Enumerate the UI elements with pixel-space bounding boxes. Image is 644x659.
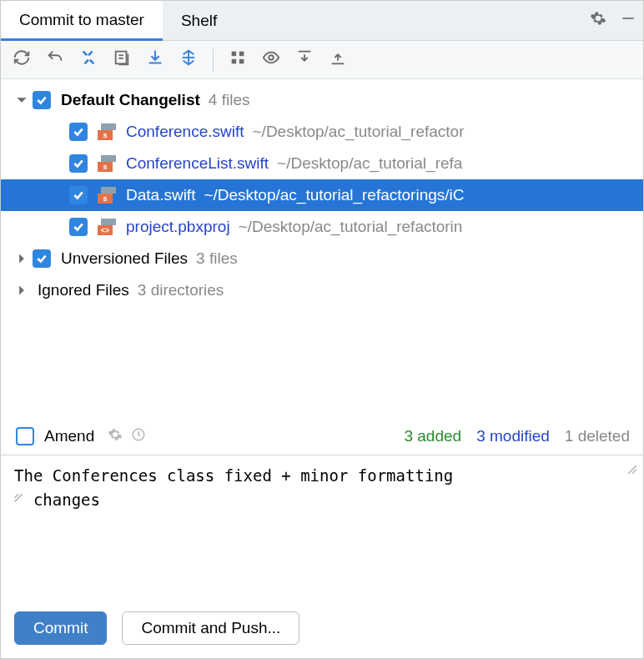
clock-icon (131, 427, 146, 446)
commit-tool-window: Commit to master Shelf Default Changelis… (0, 0, 644, 659)
group-by-button[interactable] (224, 46, 252, 74)
svg-rect-5 (232, 52, 237, 56)
collapse-icon (329, 48, 347, 71)
toolbar-separator (213, 48, 214, 72)
svg-rect-8 (239, 59, 244, 64)
file-path: ~/Desktop/ac_tutorial_refactor (253, 123, 465, 141)
file-row[interactable]: ConferenceList.swift~/Desktop/ac_tutoria… (1, 148, 643, 179)
file-name: ConferenceList.swift (126, 154, 269, 173)
stats-modified: 3 modified (476, 427, 550, 445)
file-row[interactable]: Data.swift~/Desktop/ac_tutorial_refactor… (1, 179, 643, 211)
gear-icon (590, 10, 606, 31)
changelist-button[interactable] (108, 46, 136, 74)
unversioned-count: 3 files (196, 249, 238, 268)
tab-commit-label: Commit to master (19, 11, 144, 29)
commit-options-button[interactable] (108, 427, 123, 446)
history-button[interactable] (131, 427, 146, 446)
ignored-node[interactable]: Ignored Files 3 directories (1, 274, 643, 306)
file-row[interactable]: project.pbxproj~/Desktop/ac_tutorial_ref… (1, 211, 643, 243)
changelist-count: 4 files (209, 91, 250, 109)
download-icon (146, 48, 164, 71)
file-icon (98, 155, 118, 172)
commit-button-label: Commit (33, 619, 88, 637)
file-checkbox[interactable] (69, 218, 88, 236)
unversioned-label: Unversioned Files (61, 249, 188, 268)
undo-icon (46, 48, 64, 71)
chevron-right-icon[interactable] (11, 253, 33, 264)
file-path: ~/Desktop/ac_tutorial_refactorings/iC (204, 186, 464, 204)
file-name: Conference.swift (126, 123, 244, 141)
stats-deleted: 1 deleted (565, 427, 630, 445)
file-icon (98, 187, 118, 204)
changes-tree[interactable]: Default Changelist 4 files Conference.sw… (1, 79, 643, 418)
minimize-button[interactable] (613, 1, 643, 40)
file-checkbox[interactable] (69, 186, 88, 204)
eye-icon (262, 48, 280, 71)
file-icon (98, 123, 118, 140)
grid-icon (229, 48, 247, 71)
file-checkbox[interactable] (69, 154, 88, 173)
ignored-label: Ignored Files (38, 281, 129, 299)
resize-handle-icon[interactable] (626, 460, 638, 472)
settings-button[interactable] (583, 1, 613, 40)
commit-button[interactable]: Commit (14, 611, 107, 645)
refresh-icon (13, 48, 31, 71)
unversioned-node[interactable]: Unversioned Files 3 files (1, 243, 643, 274)
ignored-count: 3 directories (138, 281, 224, 299)
file-name: project.pbxproj (126, 218, 230, 236)
arrows-icon (179, 48, 198, 71)
expand-all-button[interactable] (290, 46, 319, 74)
stats-added: 3 added (404, 427, 461, 445)
expand-icon (295, 48, 314, 71)
commit-and-push-button[interactable]: Commit and Push... (122, 611, 299, 645)
gear-icon (108, 427, 123, 446)
tab-shelf-label: Shelf (181, 12, 217, 30)
file-icon (98, 219, 118, 235)
tab-commit[interactable]: Commit to master (1, 1, 163, 41)
toolbar (1, 41, 643, 79)
file-name: Data.swift (126, 186, 195, 204)
changelist-icon (113, 48, 131, 71)
chevron-down-icon[interactable] (11, 94, 33, 106)
svg-rect-7 (232, 59, 237, 64)
refresh-button[interactable] (8, 46, 36, 74)
commit-and-push-label: Commit and Push... (141, 619, 280, 637)
minimize-icon (620, 10, 636, 31)
resize-handle-icon[interactable] (13, 489, 24, 501)
tab-bar: Commit to master Shelf (1, 1, 643, 41)
commit-message-text[interactable]: The Conferences class fixed + minor form… (14, 464, 633, 513)
unversioned-checkbox[interactable] (33, 249, 51, 268)
svg-point-9 (269, 55, 274, 60)
file-checkbox[interactable] (69, 123, 88, 141)
tab-shelf[interactable]: Shelf (163, 1, 235, 40)
default-changelist-node[interactable]: Default Changelist 4 files (1, 84, 643, 116)
view-options-button[interactable] (257, 46, 285, 74)
amend-checkbox[interactable] (16, 427, 34, 445)
amend-bar: Amend 3 added 3 modified 1 deleted (1, 418, 643, 455)
commit-message-area[interactable]: The Conferences class fixed + minor form… (1, 455, 643, 601)
svg-rect-6 (239, 52, 244, 56)
file-path: ~/Desktop/ac_tutorial_refactorin (239, 218, 463, 236)
button-bar: Commit Commit and Push... (1, 601, 643, 658)
rollback-button[interactable] (41, 46, 69, 74)
file-row[interactable]: Conference.swift~/Desktop/ac_tutorial_re… (1, 116, 643, 148)
file-path: ~/Desktop/ac_tutorial_refa (277, 154, 462, 173)
shelve-button[interactable] (141, 46, 169, 74)
chevron-right-icon[interactable] (11, 284, 33, 296)
svg-rect-0 (622, 18, 633, 19)
changelist-checkbox[interactable] (33, 91, 51, 109)
diff-icon (79, 48, 98, 71)
collapse-all-button[interactable] (324, 46, 352, 74)
amend-label: Amend (44, 427, 94, 445)
diff-button[interactable] (74, 46, 103, 74)
changelist-name: Default Changelist (61, 91, 200, 109)
navigate-button[interactable] (174, 46, 203, 74)
